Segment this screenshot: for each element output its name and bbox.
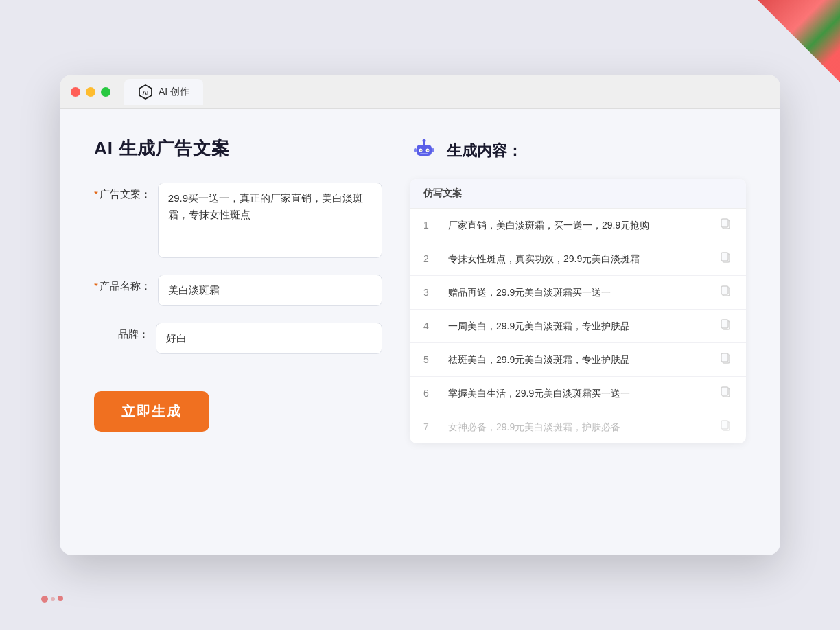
row-text: 厂家直销，美白淡斑霜，买一送一，29.9元抢购: [448, 218, 709, 233]
row-text: 祛斑美白，29.9元美白淡斑霜，专业护肤品: [448, 353, 709, 367]
brand-group: 品牌：: [94, 323, 382, 354]
browser-window: AI AI 创作 AI 生成广告文案 *广告文案： *产品名称：: [60, 75, 780, 555]
ad-copy-group: *广告文案：: [94, 183, 382, 258]
brand-input[interactable]: [156, 323, 382, 354]
row-number: 2: [423, 253, 437, 264]
svg-rect-13: [721, 219, 728, 227]
copy-icon[interactable]: [720, 218, 732, 233]
copy-icon[interactable]: [720, 352, 732, 367]
ad-copy-input[interactable]: [158, 183, 382, 258]
table-row: 2专抹女性斑点，真实功效，29.9元美白淡斑霜: [410, 242, 746, 276]
robot-icon: [410, 137, 439, 165]
title-bar: AI AI 创作: [60, 75, 780, 109]
traffic-lights: [71, 87, 110, 97]
table-row: 7女神必备，29.9元美白淡斑霜，护肤必备: [410, 410, 746, 443]
svg-rect-17: [721, 286, 728, 294]
svg-rect-7: [420, 153, 428, 154]
row-text: 掌握美白生活，29.9元美白淡斑霜买一送一: [448, 386, 709, 401]
row-number: 4: [423, 320, 437, 331]
row-number: 5: [423, 354, 437, 365]
tab-ai-create[interactable]: AI AI 创作: [124, 79, 203, 105]
copy-icon[interactable]: [720, 251, 732, 266]
row-number: 1: [423, 220, 437, 231]
product-name-group: *产品名称：: [94, 275, 382, 306]
svg-rect-10: [414, 148, 417, 152]
svg-text:AI: AI: [143, 89, 149, 96]
row-text: 一周美白，29.9元美白淡斑霜，专业护肤品: [448, 319, 709, 334]
table-row: 6掌握美白生活，29.9元美白淡斑霜买一送一: [410, 377, 746, 410]
table-row: 1厂家直销，美白淡斑霜，买一送一，29.9元抢购: [410, 209, 746, 242]
copy-icon[interactable]: [720, 318, 732, 334]
results-table: 仿写文案 1厂家直销，美白淡斑霜，买一送一，29.9元抢购 2专抹女性斑点，真实…: [410, 179, 746, 443]
product-name-input[interactable]: [158, 275, 382, 306]
row-number: 6: [423, 388, 437, 399]
table-row: 5祛斑美白，29.9元美白淡斑霜，专业护肤品: [410, 343, 746, 377]
svg-point-9: [423, 139, 426, 143]
brand-label: 品牌：: [94, 323, 149, 341]
maximize-button[interactable]: [101, 87, 110, 97]
required-star2: *: [94, 280, 98, 292]
row-number: 3: [423, 287, 437, 298]
svg-point-5: [421, 150, 422, 152]
table-row: 3赠品再送，29.9元美白淡斑霜买一送一: [410, 276, 746, 310]
svg-rect-25: [721, 421, 728, 429]
ai-tab-icon: AI: [138, 84, 153, 100]
svg-rect-21: [721, 353, 728, 362]
table-body: 1厂家直销，美白淡斑霜，买一送一，29.9元抢购 2专抹女性斑点，真实功效，29…: [410, 209, 746, 443]
row-text: 女神必备，29.9元美白淡斑霜，护肤必备: [448, 420, 709, 434]
close-button[interactable]: [71, 87, 80, 97]
svg-point-6: [428, 150, 429, 152]
row-text: 专抹女性斑点，真实功效，29.9元美白淡斑霜: [448, 252, 709, 266]
ad-copy-label: *广告文案：: [94, 183, 151, 201]
copy-icon[interactable]: [720, 285, 732, 300]
product-name-label: *产品名称：: [94, 275, 151, 293]
table-row: 4一周美白，29.9元美白淡斑霜，专业护肤品: [410, 310, 746, 343]
table-header: 仿写文案: [410, 179, 746, 209]
svg-rect-19: [721, 320, 728, 328]
left-panel: AI 生成广告文案 *广告文案： *产品名称： 品牌： 立: [94, 137, 382, 443]
svg-rect-11: [432, 148, 434, 152]
row-text: 赠品再送，29.9元美白淡斑霜买一送一: [448, 285, 709, 300]
right-panel: 生成内容： 仿写文案 1厂家直销，美白淡斑霜，买一送一，29.9元抢购 2专抹女…: [410, 137, 746, 443]
result-title: 生成内容：: [447, 141, 522, 161]
tab-label: AI 创作: [159, 86, 189, 98]
copy-icon[interactable]: [720, 386, 732, 401]
result-header: 生成内容：: [410, 137, 746, 165]
copy-icon[interactable]: [720, 419, 732, 434]
page-title: AI 生成广告文案: [94, 137, 382, 161]
row-number: 7: [423, 421, 437, 432]
required-star: *: [94, 188, 98, 200]
main-content: AI 生成广告文案 *广告文案： *产品名称： 品牌： 立: [60, 109, 780, 471]
svg-rect-23: [721, 387, 728, 395]
generate-button[interactable]: 立即生成: [94, 391, 209, 432]
svg-rect-15: [721, 253, 728, 261]
minimize-button[interactable]: [86, 87, 95, 97]
